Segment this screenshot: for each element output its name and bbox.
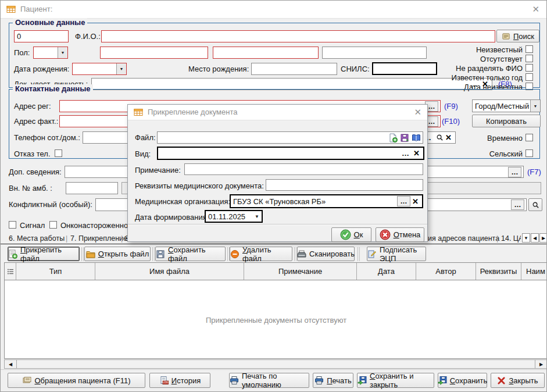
search-phone-icon[interactable]: [436, 134, 444, 141]
close-button[interactable]: Закрыть: [491, 373, 545, 388]
delete-file-icon: [230, 250, 239, 259]
clear-field-icon[interactable]: ✕: [413, 149, 420, 158]
patient-id-field[interactable]: [14, 30, 69, 42]
open-file-button[interactable]: Открыть файл: [84, 247, 151, 261]
print-button[interactable]: Печать: [313, 373, 353, 388]
toolbar-separator: [294, 247, 296, 261]
requisites-field[interactable]: [266, 179, 423, 191]
tab-list-dropdown-icon[interactable]: ▼: [522, 233, 530, 243]
kind-field[interactable]: … ✕: [157, 147, 424, 160]
magnifier-icon: [532, 201, 539, 209]
column-header-filename[interactable]: Имя файла: [95, 263, 244, 280]
ok-check-icon: [340, 229, 351, 240]
history-button[interactable]: LOG История: [149, 373, 210, 388]
column-header-note[interactable]: Примечание: [244, 263, 357, 280]
ellipsis-button[interactable]: …: [402, 149, 410, 158]
gender-combo[interactable]: ▼: [33, 47, 68, 59]
delete-file-button[interactable]: Удалить файл: [230, 247, 292, 261]
search-button[interactable]: Поиск: [496, 30, 539, 42]
tab-places-of-work[interactable]: 6. Места работы: [9, 234, 65, 243]
year-only-checkbox-label: Известен только год: [452, 73, 523, 82]
save-label: Сохранить: [450, 376, 488, 385]
scanner-icon: [297, 250, 306, 259]
view-file-icon[interactable]: [412, 133, 421, 142]
clear-field-icon[interactable]: ✕: [412, 197, 419, 206]
conflict-label: Конфликтный (особый):: [9, 200, 92, 209]
year-only-checkbox[interactable]: [525, 73, 533, 81]
print-label: Печать: [327, 376, 352, 385]
rural-checkbox-label: Сельский: [489, 149, 523, 158]
row-selector-header[interactable]: [5, 263, 16, 280]
amb-number-field[interactable]: [66, 182, 118, 194]
toolbar-separator: [81, 247, 84, 261]
tab-cam[interactable]: 14. ЦАМ: [501, 234, 521, 243]
absent-checkbox[interactable]: [525, 55, 533, 62]
scroll-left-icon[interactable]: ◀: [5, 360, 17, 368]
onko-checkbox[interactable]: [49, 221, 57, 229]
patronymic-field[interactable]: [322, 47, 427, 59]
chevron-down-icon[interactable]: ▼: [530, 100, 540, 112]
conflict-search-button[interactable]: [528, 198, 542, 211]
sign-ecp-button[interactable]: Подписать ЭЦП: [367, 247, 426, 261]
window-close-icon[interactable]: ✕: [532, 4, 539, 15]
form-date-combo[interactable]: 01.11.2025 ▼: [205, 210, 263, 223]
ellipsis-button[interactable]: …: [508, 167, 521, 177]
save-button[interactable]: Сохранить: [438, 373, 487, 388]
print-default-button[interactable]: Печать по умолчанию: [229, 373, 309, 388]
note-field[interactable]: [184, 163, 423, 175]
snils-field[interactable]: [372, 62, 437, 75]
documents-table: Тип Имя файла Примечание Дата Автор Рекв…: [4, 262, 547, 359]
kind-label: Вид:: [135, 149, 151, 158]
temporary-checkbox[interactable]: [525, 134, 533, 141]
column-header-name[interactable]: Наим: [521, 263, 547, 280]
column-header-type[interactable]: Тип: [16, 263, 95, 280]
tab-address-history[interactable]: ия адресов пациента: [428, 234, 499, 243]
column-header-author[interactable]: Автор: [416, 263, 476, 280]
table-horizontal-scrollbar[interactable]: ◀ ▶: [4, 359, 547, 369]
locality-combo[interactable]: Город/Местный ▼: [472, 99, 541, 112]
copy-address-button[interactable]: Копировать: [472, 115, 541, 127]
ok-button[interactable]: Ок: [331, 227, 371, 242]
phone-label: Телефон сот./дом.:: [14, 133, 80, 142]
signal-checkbox-label: Сигнал: [20, 221, 45, 230]
unknown-checkbox[interactable]: [525, 45, 533, 53]
save-file-button[interactable]: Сохранить файл: [155, 247, 226, 261]
dialog-icon: [134, 108, 143, 117]
ellipsis-button[interactable]: …: [397, 196, 410, 206]
patient-visits-button[interactable]: Обращения пациента (F11): [8, 373, 145, 388]
add-file-icon[interactable]: [388, 133, 398, 142]
dialog-close-icon[interactable]: ✕: [414, 107, 421, 117]
tab-scroll-right-icon[interactable]: ▶: [539, 233, 547, 243]
scroll-right-icon[interactable]: ▶: [535, 360, 547, 368]
scan-button[interactable]: Сканировать: [297, 247, 355, 261]
save-document-icon[interactable]: [400, 133, 409, 142]
birth-place-field[interactable]: [251, 63, 337, 75]
ellipsis-button[interactable]: …: [511, 199, 524, 210]
rural-checkbox[interactable]: [525, 149, 533, 157]
tab-scroll-left-icon[interactable]: ◀: [531, 233, 539, 243]
no-split-fio-checkbox[interactable]: [525, 64, 533, 72]
chevron-down-icon[interactable]: ▼: [58, 47, 67, 58]
column-header-date[interactable]: Дата: [357, 263, 416, 280]
cancel-label: Отмена: [394, 230, 421, 239]
attach-file-button[interactable]: Прикрепить файл: [8, 247, 80, 261]
tab-attachment[interactable]: 7. Прикрепление: [70, 234, 127, 243]
clear-field-icon[interactable]: ✕: [445, 133, 452, 142]
phone-refuse-checkbox[interactable]: [55, 149, 62, 157]
surname-field[interactable]: [100, 47, 208, 59]
cancel-button[interactable]: Отмена: [376, 227, 424, 242]
signal-checkbox[interactable]: [9, 221, 16, 229]
scrollbar-track[interactable]: [17, 360, 535, 368]
organization-field[interactable]: ГБУЗ СК «Труновская РБ» … ✕: [230, 194, 423, 208]
firstname-field[interactable]: [213, 47, 319, 59]
column-header-requisites[interactable]: Реквизиты: [476, 263, 521, 280]
birth-date-combo[interactable]: ▼: [72, 63, 127, 75]
chevron-down-icon[interactable]: ▼: [252, 211, 262, 222]
addr-fact-label: Адрес факт.:: [14, 117, 58, 126]
identity-doc-field[interactable]: … ✕: [91, 78, 492, 90]
save-and-close-button[interactable]: Сохранить и закрыть: [357, 373, 434, 388]
file-field[interactable]: [157, 131, 423, 144]
chevron-down-icon[interactable]: ▼: [116, 63, 126, 74]
fio-field[interactable]: [101, 30, 495, 42]
delete-file-label: Удалить файл: [242, 245, 292, 263]
